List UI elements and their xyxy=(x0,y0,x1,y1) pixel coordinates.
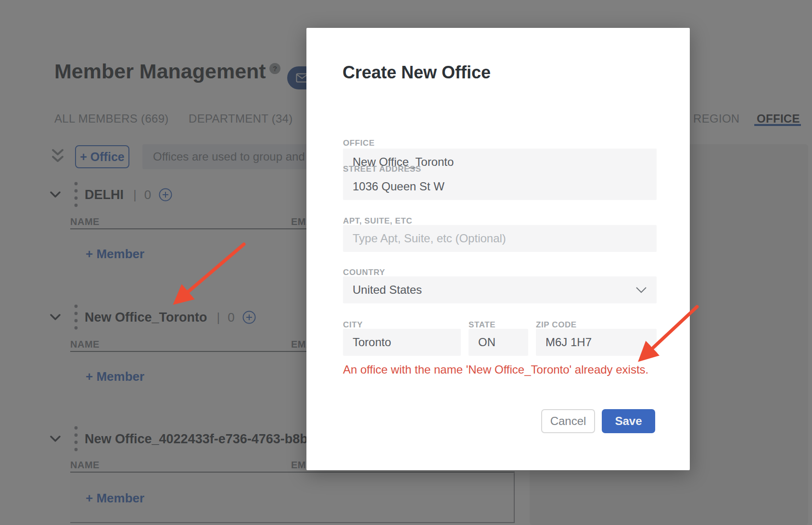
zip-code-input[interactable] xyxy=(536,329,657,356)
street-address-input[interactable] xyxy=(343,173,657,200)
zip-field-label: ZIP CODE xyxy=(536,320,577,330)
office-field-label: OFFICE xyxy=(343,138,375,148)
save-button[interactable]: Save xyxy=(602,409,655,433)
city-field-label: CITY xyxy=(343,320,363,330)
apt-suite-input[interactable] xyxy=(343,225,657,252)
country-field-label: COUNTRY xyxy=(343,268,385,277)
apt-field-label: APT, SUITE, ETC xyxy=(343,216,412,226)
state-input[interactable] xyxy=(469,329,528,356)
cancel-button[interactable]: Cancel xyxy=(541,409,595,433)
state-field-label: STATE xyxy=(469,320,495,330)
chevron-down-icon xyxy=(635,287,647,293)
duplicate-office-error: An office with the name 'New Office_Toro… xyxy=(343,363,648,376)
screen: Member Management ? ALL MEMBERS (669) DE… xyxy=(0,0,812,525)
modal-actions: Cancel Save xyxy=(541,409,655,433)
modal-title: Create New Office xyxy=(343,62,491,83)
street-field-label: STREET ADDRESS xyxy=(343,164,421,174)
country-selected-value: United States xyxy=(353,283,422,297)
create-new-office-modal: Create New Office OFFICE STREET ADDRESS … xyxy=(306,28,690,470)
city-input[interactable] xyxy=(343,329,461,356)
country-select[interactable]: United States xyxy=(343,276,657,303)
